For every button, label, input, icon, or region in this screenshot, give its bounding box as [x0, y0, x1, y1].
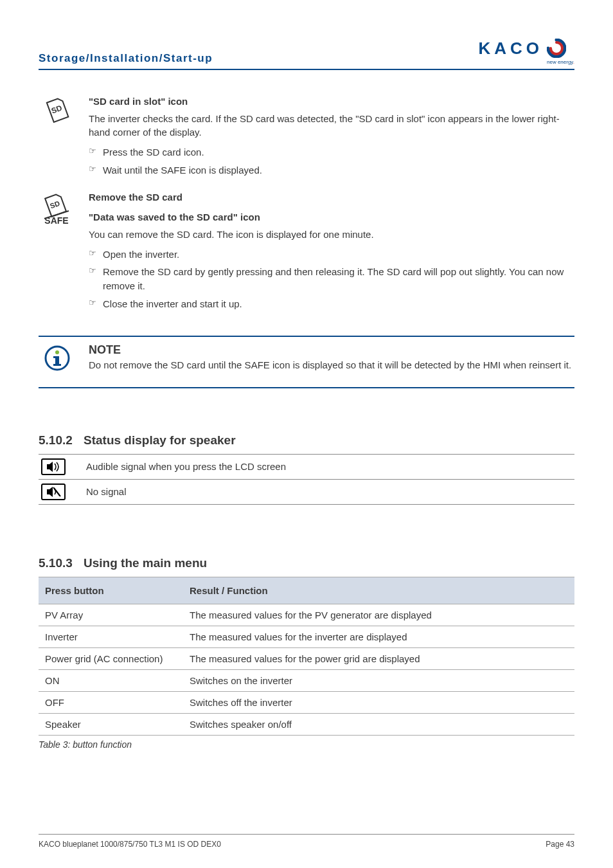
table-row: Power grid (AC connection) The measured … [39, 647, 574, 669]
table-row: No signal [39, 479, 574, 504]
menu-result-cell: The measured values for the PV generator… [183, 604, 574, 626]
table-row: PV Array The measured values for the PV … [39, 604, 574, 626]
col-header-button: Press button [39, 577, 183, 604]
sd-slot-title: "SD card in slot" icon [89, 96, 574, 107]
footer-left: KACO blueplanet 1000/875/750 TL3 M1 IS O… [39, 840, 221, 849]
menu-result-cell: Switches on the inverter [183, 669, 574, 691]
sd-slot-block: SD "SD card in slot" icon The inverter c… [39, 96, 574, 183]
section-heading-speaker: 5.10.2 Status display for speaker [39, 433, 574, 448]
section-title: Status display for speaker [84, 433, 236, 448]
section-number: 5.10.3 [39, 556, 75, 570]
list-item: Remove the SD card by gently pressing an… [89, 265, 574, 293]
speaker-row-label: No signal [86, 479, 574, 504]
note-title: NOTE [89, 343, 571, 357]
table-row: Audible signal when you press the LCD sc… [39, 454, 574, 479]
logo: KACO new energy. [478, 39, 574, 65]
col-header-result: Result / Function [183, 577, 574, 604]
list-item: Press the SD card icon. [89, 145, 574, 159]
svg-marker-9 [47, 462, 53, 472]
table-row: ON Switches on the inverter [39, 669, 574, 691]
section-heading-menu: 5.10.3 Using the main menu [39, 556, 574, 570]
menu-button-cell: ON [39, 669, 183, 691]
table-row: Speaker Switches speaker on/off [39, 713, 574, 735]
note-body: Do not remove the SD card until the SAFE… [89, 358, 571, 372]
footer-right: Page 43 [546, 840, 574, 849]
table-row: OFF Switches off the inverter [39, 691, 574, 713]
table-caption: Table 3: button function [39, 739, 574, 750]
menu-result-cell: The measured values for the inverter are… [183, 626, 574, 647]
speaker-row-label: Audible signal when you press the LCD sc… [86, 454, 574, 479]
sd-slot-description: The inverter checks the card. If the SD … [89, 112, 574, 139]
header-section-title: Storage/Installation/Start-up [39, 52, 213, 65]
sd-slot-steps: Press the SD card icon. Wait until the S… [89, 145, 574, 177]
sd-card-safe-icon: SD SAFE [39, 192, 75, 228]
main-menu-table: Press button Result / Function PV Array … [39, 577, 574, 736]
list-item: Wait until the SAFE icon is displayed. [89, 163, 574, 177]
menu-button-cell: Inverter [39, 626, 183, 647]
list-item: Close the inverter and start it up. [89, 297, 574, 311]
page-header: Storage/Installation/Start-up KACO new e… [39, 39, 574, 70]
svg-text:SD: SD [50, 104, 64, 116]
sd-remove-title: Remove the SD card [89, 192, 574, 203]
svg-text:SD: SD [49, 199, 61, 210]
table-row: Inverter The measured values for the inv… [39, 626, 574, 647]
sd-remove-steps: Open the inverter. Remove the SD card by… [89, 248, 574, 311]
menu-button-cell: Speaker [39, 713, 183, 735]
speaker-off-icon [41, 484, 66, 500]
sd-saved-subtitle: "Data was saved to the SD card" icon [89, 212, 574, 222]
svg-rect-7 [53, 356, 58, 358]
logo-subtext: new energy. [547, 59, 574, 65]
logo-swirl-icon [547, 39, 566, 58]
sd-remove-block: SD SAFE Remove the SD card "Data was sav… [39, 192, 574, 316]
svg-rect-8 [53, 364, 61, 366]
svg-point-5 [55, 350, 59, 354]
list-item: Open the inverter. [89, 248, 574, 262]
info-icon [44, 345, 71, 374]
menu-result-cell: The measured values for the power grid a… [183, 647, 574, 669]
menu-button-cell: Power grid (AC connection) [39, 647, 183, 669]
menu-button-cell: PV Array [39, 604, 183, 626]
sd-remove-description: You can remove the SD card. The icon is … [89, 228, 574, 241]
note-box: NOTE Do not remove the SD card until the… [39, 336, 574, 388]
speaker-status-table: Audible signal when you press the LCD sc… [39, 454, 574, 505]
menu-result-cell: Switches off the inverter [183, 691, 574, 713]
table-header-row: Press button Result / Function [39, 577, 574, 604]
menu-result-cell: Switches speaker on/off [183, 713, 574, 735]
logo-text: KACO [478, 39, 543, 59]
speaker-on-icon [41, 458, 66, 475]
menu-button-cell: OFF [39, 691, 183, 713]
svg-text:SAFE: SAFE [44, 215, 68, 226]
page-footer: KACO blueplanet 1000/875/750 TL3 M1 IS O… [39, 834, 574, 849]
section-title: Using the main menu [84, 556, 207, 570]
sd-card-icon: SD [42, 96, 72, 125]
section-number: 5.10.2 [39, 433, 75, 448]
